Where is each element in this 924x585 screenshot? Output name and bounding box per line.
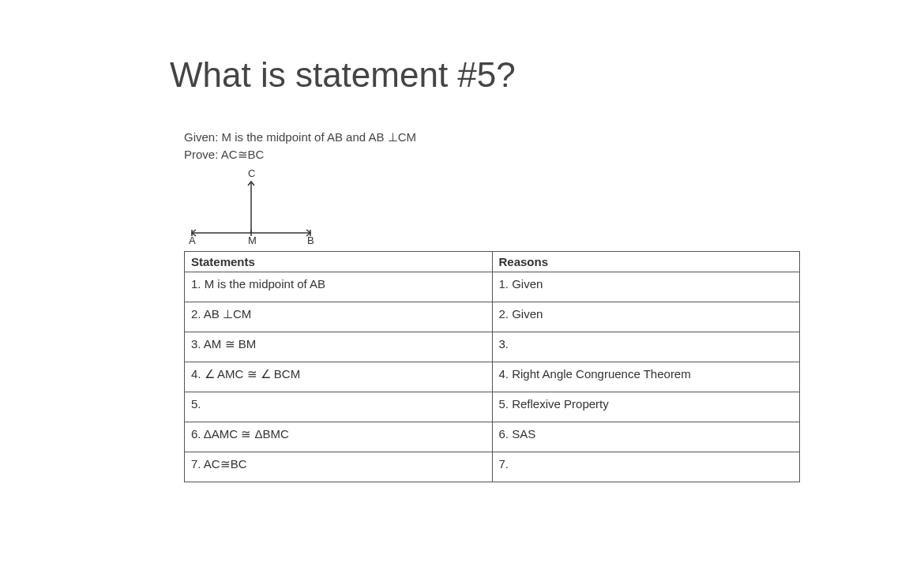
proof-table: Statements Reasons 1. M is the midpoint … xyxy=(184,251,800,482)
label-m: M xyxy=(248,234,257,245)
prove-text: Prove: AC≅BC xyxy=(184,148,924,162)
statement-cell: 7. AC≅BC xyxy=(185,452,493,482)
reason-cell: 7. xyxy=(492,452,800,482)
statement-cell: 4. ∠ AMC ≅ ∠ BCM xyxy=(185,362,493,392)
reason-cell: 3. xyxy=(492,332,800,362)
table-row: 6. ΔAMC ≅ ΔBMC 6. SAS xyxy=(185,422,800,452)
reason-cell: 4. Right Angle Congruence Theorem xyxy=(492,362,800,392)
label-c: C xyxy=(248,167,255,179)
table-row: 2. AB ⊥CM 2. Given xyxy=(185,302,800,332)
label-b: B xyxy=(307,234,314,245)
geometry-diagram: A M B C xyxy=(184,166,924,245)
table-row: 5. 5. Reflexive Property xyxy=(185,392,800,422)
given-text: Given: M is the midpoint of AB and AB ⊥C… xyxy=(184,130,924,144)
table-row: 1. M is the midpoint of AB 1. Given xyxy=(185,272,800,302)
header-statements: Statements xyxy=(185,252,493,272)
statement-cell: 2. AB ⊥CM xyxy=(185,302,493,332)
statement-cell: 3. AM ≅ BM xyxy=(185,332,493,362)
table-row: 7. AC≅BC 7. xyxy=(185,452,800,482)
reason-cell: 5. Reflexive Property xyxy=(492,392,800,422)
label-a: A xyxy=(189,234,196,245)
table-row: 4. ∠ AMC ≅ ∠ BCM 4. Right Angle Congruen… xyxy=(185,362,800,392)
table-row: 3. AM ≅ BM 3. xyxy=(185,332,800,362)
reason-cell: 1. Given xyxy=(492,272,800,302)
header-reasons: Reasons xyxy=(492,252,800,272)
statement-cell: 6. ΔAMC ≅ ΔBMC xyxy=(185,422,493,452)
reason-cell: 6. SAS xyxy=(492,422,800,452)
page-title: What is statement #5? xyxy=(170,55,924,95)
reason-cell: 2. Given xyxy=(492,302,800,332)
statement-cell: 1. M is the midpoint of AB xyxy=(185,272,493,302)
statement-cell: 5. xyxy=(185,392,493,422)
